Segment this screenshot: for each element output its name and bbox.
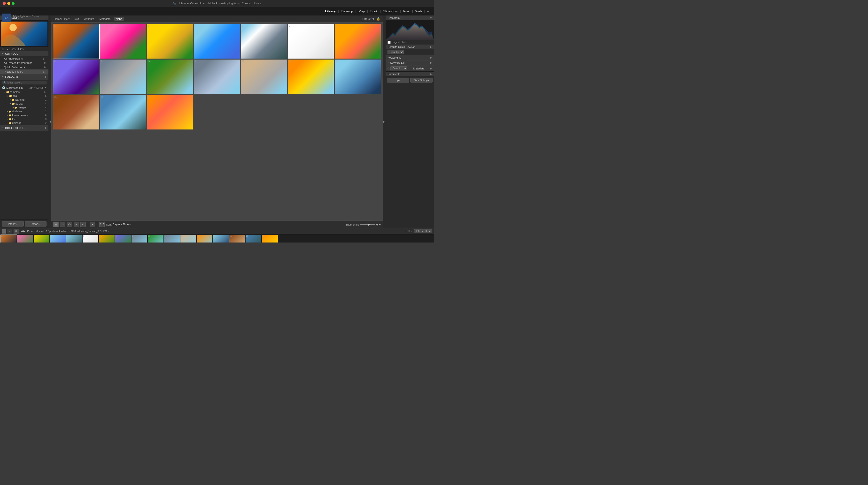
cloud-icon[interactable]: ☁ xyxy=(427,10,429,13)
filmstrip-thumb-16[interactable]: 16 xyxy=(246,235,261,243)
photo-grid-container[interactable]: 1 2 3 4 5 6 7 xyxy=(51,22,383,221)
filmstrip-thumb-3[interactable]: 3 xyxy=(34,235,50,243)
catalog-all-synced[interactable]: All Synced Photographs 0 xyxy=(0,61,49,65)
page-2-btn[interactable]: 2 xyxy=(7,229,11,233)
nav-web[interactable]: Web xyxy=(413,7,424,15)
collections-header[interactable]: ▼ Collections + xyxy=(0,125,49,131)
nav-library[interactable]: Library xyxy=(322,7,338,15)
filmstrip-thumb-7[interactable]: 7 xyxy=(99,235,115,243)
catalog-previous-import[interactable]: Previous Import 17 xyxy=(0,69,49,74)
catalog-quick-collection[interactable]: Quick Collection + 0 xyxy=(0,65,49,69)
comments-header[interactable]: Comments ▶ xyxy=(385,72,434,76)
folder-unicode-triangle[interactable]: ▶ xyxy=(7,122,8,124)
folder-images[interactable]: ▶ 📁 images 4 xyxy=(0,105,49,109)
folder-samples[interactable]: ▼ 📁 samples 17 xyxy=(0,90,49,94)
filmstrip-thumb-17[interactable]: 17 xyxy=(262,235,278,243)
metadata-preset-select[interactable]: Default xyxy=(391,66,407,70)
thumbnail-size-slider[interactable] xyxy=(361,224,375,225)
sort-value[interactable]: Capture Time ▾ xyxy=(113,223,131,226)
quick-develop-preset-select[interactable]: Defaults Custom xyxy=(388,50,404,54)
zoom-100[interactable]: 100% xyxy=(9,48,16,50)
filmstrip-thumb-1[interactable]: 1 xyxy=(1,235,17,243)
filmstrip-thumb-6[interactable]: 6 xyxy=(83,235,98,243)
filmstrip-thumb-14[interactable]: 14 xyxy=(213,235,228,243)
filter-text-btn[interactable]: Text xyxy=(72,17,80,21)
photo-cell-11[interactable]: 11 xyxy=(194,60,240,94)
folder-lwdita-triangle[interactable]: ▼ xyxy=(10,103,11,104)
collapse-right-tab[interactable]: ▶ xyxy=(383,15,385,228)
folder-tei-triangle[interactable]: ▶ xyxy=(7,118,8,120)
folder-docbook-triangle[interactable]: ▶ xyxy=(7,110,8,112)
photo-cell-9[interactable]: 9 xyxy=(100,60,146,94)
view-loupe-btn[interactable]: □ xyxy=(60,222,65,227)
nav-book[interactable]: Book xyxy=(368,7,380,15)
filmstrip-prev-arrow[interactable]: ◀ xyxy=(21,230,23,233)
photo-cell-10[interactable]: 10 xyxy=(147,60,193,94)
collections-add-button[interactable]: + xyxy=(44,126,46,130)
filter-metadata-btn[interactable]: Metadata xyxy=(98,17,112,21)
folder-lw-dita[interactable]: ▼ 📁 lw-dita 4 xyxy=(0,102,49,105)
photo-cell-3[interactable]: 3 xyxy=(147,24,193,59)
minimize-button[interactable] xyxy=(7,2,10,5)
photo-cell-16[interactable]: 16 xyxy=(100,95,146,129)
photo-cell-8[interactable]: 8 xyxy=(53,60,99,94)
keyword-list-header[interactable]: + Keyword List ▶ xyxy=(385,60,434,65)
quick-develop-header[interactable]: Defaults Quick Develop ▶ xyxy=(385,44,434,50)
folders-header[interactable]: ▼ Folders + xyxy=(0,74,49,80)
photo-cell-5[interactable]: 5 xyxy=(241,24,287,59)
folder-dita-triangle[interactable]: ▼ xyxy=(7,95,8,97)
folder-form-controls[interactable]: ▶ 📁 form-controls 6 xyxy=(0,113,49,117)
filmstrip-thumb-15[interactable]: 15 xyxy=(229,235,245,243)
view-people-btn[interactable]: ⊙ xyxy=(81,222,86,227)
original-photo-checkbox[interactable] xyxy=(388,41,391,44)
filmstrip-thumb-5[interactable]: 5 xyxy=(66,235,82,243)
sort-az-btn[interactable]: A↕Z xyxy=(99,222,104,227)
metadata-header[interactable]: ⬡ Default Metadata ▶ xyxy=(385,65,434,71)
thumbnail-nav-prev[interactable]: ◀ xyxy=(376,223,378,226)
nav-slideshow[interactable]: Slideshow xyxy=(381,7,400,15)
disk-item[interactable]: 💿 Macintosh HD 234 / 500 GB ▼ xyxy=(0,86,49,90)
photo-cell-15[interactable]: 15 xyxy=(53,95,99,129)
close-button[interactable] xyxy=(3,2,6,5)
flagging-btn[interactable]: ⚑ xyxy=(90,222,95,227)
photo-cell-6[interactable]: 6 xyxy=(288,24,334,59)
filmstrip-thumb-13[interactable]: 13 xyxy=(197,235,212,243)
photo-cell-12[interactable]: 12 xyxy=(241,60,287,94)
photo-cell-17[interactable]: 17 xyxy=(147,95,193,129)
keywording-header[interactable]: Keywording ▶ xyxy=(385,55,434,60)
nav-print[interactable]: Print xyxy=(401,7,412,15)
filter-none-btn[interactable]: None xyxy=(114,17,124,21)
folder-images-triangle[interactable]: ▶ xyxy=(12,106,14,108)
folder-formcontrols-triangle[interactable]: ▶ xyxy=(7,114,8,116)
nav-map[interactable]: Map xyxy=(356,7,367,15)
import-button[interactable]: Import... xyxy=(2,221,24,227)
filmstrip-thumb-8[interactable]: 8 xyxy=(115,235,131,243)
keyword-list-plus[interactable]: + xyxy=(388,61,389,64)
collapse-left-tab[interactable]: ◀ xyxy=(49,15,51,228)
filmstrip-thumb-4[interactable]: 4 xyxy=(50,235,66,243)
nav-develop[interactable]: Develop xyxy=(339,7,355,15)
photo-cell-1[interactable]: 1 xyxy=(53,24,99,59)
photo-cell-13[interactable]: 13 xyxy=(288,60,334,94)
filmstrip-next-arrow[interactable]: ▶ xyxy=(23,230,25,233)
filmstrip-thumb-10[interactable]: 10 xyxy=(148,235,163,243)
filmstrip-thumb-2[interactable]: 2 xyxy=(17,235,33,243)
folder-samples-triangle[interactable]: ▼ xyxy=(4,91,6,93)
view-compare-btn[interactable]: XY xyxy=(67,222,72,227)
folder-learning[interactable]: ▶ 📁 learning 1 xyxy=(0,98,49,102)
photo-cell-7[interactable]: 7 xyxy=(335,24,381,59)
photo-cell-14[interactable]: 14 xyxy=(335,60,381,94)
sync-settings-button[interactable]: Sync Settings xyxy=(410,78,433,83)
catalog-all-photographs[interactable]: All Photographs 17 xyxy=(0,56,49,61)
folder-tei[interactable]: ▶ 📁 tei 3 xyxy=(0,117,49,121)
folder-search-input[interactable] xyxy=(1,81,47,85)
folders-add-button[interactable]: + xyxy=(44,75,46,79)
filmstrip-thumb-11[interactable]: 11 xyxy=(164,235,180,243)
page-1-btn[interactable]: 1 xyxy=(2,229,6,233)
filmstrip-grid-icon[interactable]: ⊞ xyxy=(13,229,19,234)
folder-unicode[interactable]: ▶ 📁 unicode 2 xyxy=(0,121,49,125)
catalog-header[interactable]: ▼ Catalog xyxy=(0,51,49,56)
photo-cell-2[interactable]: 2 xyxy=(100,24,146,59)
filter-attribute-btn[interactable]: Attribute xyxy=(83,17,95,21)
histogram-header[interactable]: Histogram ▼ xyxy=(385,15,434,21)
